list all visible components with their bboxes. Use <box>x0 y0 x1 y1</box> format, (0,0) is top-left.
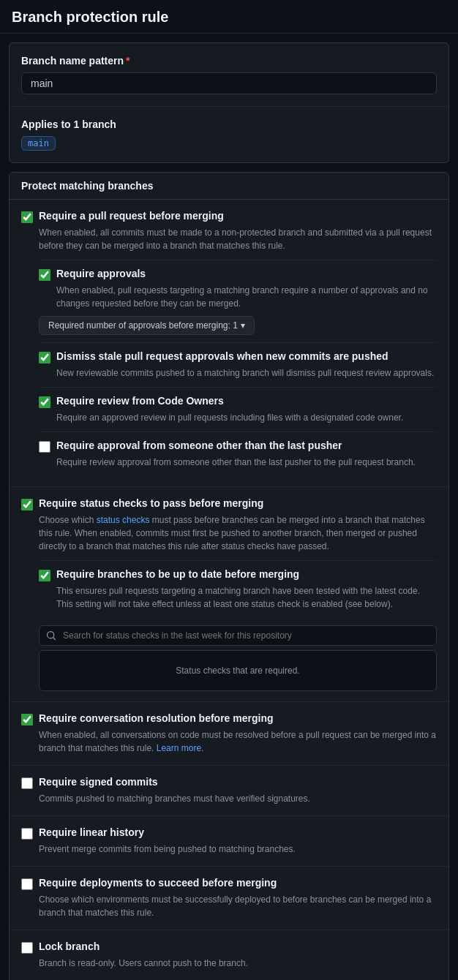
pull-request-rule: Require a pull request before merging Wh… <box>10 200 448 487</box>
someone-else-checkbox[interactable] <box>39 441 50 453</box>
learn-more-link[interactable]: Learn more. <box>157 743 204 753</box>
lock-branch-rule: Lock branch Branch is read-only. Users c… <box>10 930 448 980</box>
status-checks-title: Require status checks to pass before mer… <box>39 497 263 509</box>
up-to-date-title: Require branches to be up to date before… <box>56 568 299 580</box>
up-to-date-sub-rule: Require branches to be up to date before… <box>39 560 437 618</box>
up-to-date-checkbox[interactable] <box>39 570 50 581</box>
signed-commits-title: Require signed commits <box>39 776 158 788</box>
signed-commits-checkbox[interactable] <box>21 777 33 789</box>
linear-history-checkbox[interactable] <box>21 828 33 840</box>
status-checks-search[interactable] <box>39 625 437 646</box>
code-owners-title: Require review from Code Owners <box>56 395 224 407</box>
conversation-resolution-title: Require conversation resolution before m… <box>39 712 274 724</box>
branch-name-label: Branch name pattern* <box>21 55 437 67</box>
approvals-desc: When enabled, pull requests targeting a … <box>56 284 437 310</box>
status-checks-checkbox[interactable] <box>21 499 33 510</box>
conversation-resolution-checkbox[interactable] <box>21 714 33 725</box>
status-checks-sub-rules: Require branches to be up to date before… <box>39 560 437 618</box>
status-checks-desc: Choose which status checks must pass bef… <box>39 513 437 553</box>
dismiss-stale-title: Dismiss stale pull request approvals whe… <box>56 350 388 362</box>
code-owners-sub-rule: Require review from Code Owners Require … <box>39 387 437 431</box>
deployments-rule: Require deployments to succeed before me… <box>10 867 448 930</box>
conversation-resolution-rule: Require conversation resolution before m… <box>10 702 448 766</box>
lock-branch-checkbox[interactable] <box>21 942 33 954</box>
linear-history-rule: Require linear history Prevent merge com… <box>10 816 448 867</box>
up-to-date-desc: This ensures pull requests targeting a m… <box>56 584 437 611</box>
someone-else-sub-rule: Require approval from someone other than… <box>39 431 437 476</box>
dismiss-stale-desc: New reviewable commits pushed to a match… <box>56 366 437 380</box>
protect-section-header: Protect matching branches <box>10 173 448 200</box>
pull-request-title-row: Require a pull request before merging <box>21 210 437 223</box>
deployments-desc: Choose which environments must be succes… <box>39 893 437 919</box>
status-checks-link[interactable]: status checks <box>97 515 150 525</box>
linear-history-title: Require linear history <box>39 826 144 838</box>
pull-request-title: Require a pull request before merging <box>39 210 224 222</box>
pull-request-desc: When enabled, all commits must be made t… <box>39 226 437 252</box>
branch-name-card: Branch name pattern* Applies to 1 branch… <box>9 42 449 163</box>
dismiss-stale-checkbox[interactable] <box>39 352 50 363</box>
applies-to-label: Applies to 1 branch <box>21 118 437 130</box>
protect-matching-card: Protect matching branches Require a pull… <box>9 172 449 980</box>
branch-name-section: Branch name pattern* <box>10 43 448 107</box>
linear-history-desc: Prevent merge commits from being pushed … <box>39 843 437 856</box>
deployments-title: Require deployments to succeed before me… <box>39 877 277 889</box>
lock-branch-title: Lock branch <box>39 941 100 952</box>
page-title: Branch protection rule <box>12 9 446 26</box>
page-header: Branch protection rule <box>0 0 458 34</box>
someone-else-title: Require approval from someone other than… <box>56 440 342 451</box>
dismiss-stale-sub-rule: Dismiss stale pull request approvals whe… <box>39 342 437 387</box>
someone-else-desc: Require review approval from someone oth… <box>56 456 437 469</box>
conversation-resolution-desc: When enabled, all conversations on code … <box>39 728 437 755</box>
branch-tag: main <box>21 136 56 151</box>
code-owners-desc: Require an approved review in pull reque… <box>56 411 437 424</box>
approvals-title: Require approvals <box>56 268 146 279</box>
signed-commits-rule: Require signed commits Commits pushed to… <box>10 766 448 816</box>
required-indicator: * <box>126 55 129 67</box>
approvals-checkbox[interactable] <box>39 269 50 281</box>
status-checks-rule: Require status checks to pass before mer… <box>10 487 448 702</box>
lock-branch-desc: Branch is read-only. Users cannot push t… <box>39 957 437 970</box>
approvals-sub-rule: Require approvals When enabled, pull req… <box>39 260 437 342</box>
pull-request-sub-rules: Require approvals When enabled, pull req… <box>39 260 437 476</box>
approvals-dropdown[interactable]: Required number of approvals before merg… <box>39 316 255 335</box>
signed-commits-desc: Commits pushed to matching branches must… <box>39 792 437 805</box>
status-checks-search-wrap <box>39 625 437 646</box>
code-owners-checkbox[interactable] <box>39 396 50 408</box>
deployments-checkbox[interactable] <box>21 878 33 890</box>
search-icon <box>46 630 56 641</box>
status-checks-required-box: Status checks that are required. <box>39 650 437 691</box>
applies-to-section: Applies to 1 branch main <box>10 107 448 162</box>
pull-request-checkbox[interactable] <box>21 211 33 223</box>
branch-name-input[interactable] <box>21 72 437 94</box>
